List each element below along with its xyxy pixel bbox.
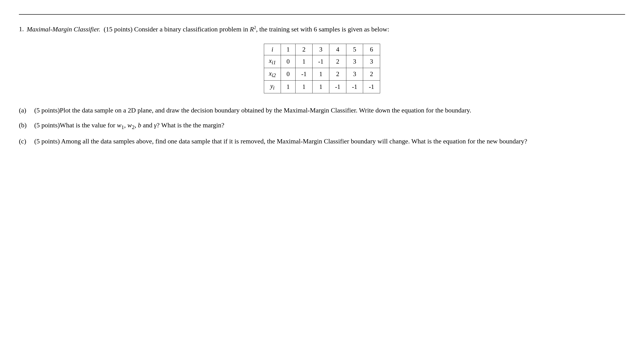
- xi1-val-6: 3: [363, 55, 380, 68]
- table-header-row: i 1 2 3 4 5 6: [264, 44, 380, 55]
- xi2-val-6: 2: [363, 68, 380, 80]
- part-a: (a) (5 points)Plot the data sample on a …: [19, 105, 625, 115]
- problem-header: 1. Maximal-Margin Classifier. (15 points…: [19, 24, 625, 34]
- data-table: i 1 2 3 4 5 6 xi1 0 1 -1 2 3 3 xi2 0 -1: [264, 44, 380, 93]
- table-header-i: i: [264, 44, 281, 55]
- table-col-5: 5: [346, 44, 363, 55]
- table-container: i 1 2 3 4 5 6 xi1 0 1 -1 2 3 3 xi2 0 -1: [19, 44, 625, 93]
- part-c-label: (c): [19, 136, 32, 146]
- problem-title: Maximal-Margin Classifier.: [27, 26, 100, 33]
- part-c: (c) (5 points) Among all the data sample…: [19, 136, 625, 146]
- table-row-yi: yi 1 1 1 -1 -1 -1: [264, 80, 380, 93]
- yi-val-6: -1: [363, 80, 380, 93]
- xi2-val-3: 1: [312, 68, 329, 80]
- yi-val-2: 1: [296, 80, 312, 93]
- xi1-val-1: 0: [281, 55, 296, 68]
- row-header-yi: yi: [264, 80, 281, 93]
- table-col-6: 6: [363, 44, 380, 55]
- part-b: (b) (5 points)What is the value for w1, …: [19, 120, 625, 132]
- problem-text: Maximal-Margin Classifier. (15 points) C…: [27, 24, 389, 34]
- table-col-1: 1: [281, 44, 296, 55]
- row-header-xi1: xi1: [264, 55, 281, 68]
- part-b-text: (5 points)What is the value for w1, w2, …: [34, 120, 224, 132]
- yi-val-3: 1: [312, 80, 329, 93]
- xi1-val-3: -1: [312, 55, 329, 68]
- parts-container: (a) (5 points)Plot the data sample on a …: [19, 105, 625, 146]
- table-row-xi2: xi2 0 -1 1 2 3 2: [264, 68, 380, 80]
- part-c-text: (5 points) Among all the data samples ab…: [34, 136, 527, 146]
- part-a-label: (a): [19, 105, 32, 115]
- top-rule: [19, 14, 625, 15]
- table-col-3: 3: [312, 44, 329, 55]
- yi-val-1: 1: [281, 80, 296, 93]
- yi-val-4: -1: [329, 80, 346, 93]
- problem-container: 1. Maximal-Margin Classifier. (15 points…: [19, 24, 625, 146]
- row-header-xi2: xi2: [264, 68, 281, 80]
- xi2-val-5: 3: [346, 68, 363, 80]
- yi-val-5: -1: [346, 80, 363, 93]
- table-row-xi1: xi1 0 1 -1 2 3 3: [264, 55, 380, 68]
- xi2-val-4: 2: [329, 68, 346, 80]
- xi1-val-2: 1: [296, 55, 312, 68]
- table-col-4: 4: [329, 44, 346, 55]
- part-a-text: (5 points)Plot the data sample on a 2D p…: [34, 105, 471, 115]
- problem-number: 1.: [19, 24, 24, 34]
- xi2-val-2: -1: [296, 68, 312, 80]
- xi1-val-5: 3: [346, 55, 363, 68]
- part-b-label: (b): [19, 120, 32, 130]
- xi2-val-1: 0: [281, 68, 296, 80]
- xi1-val-4: 2: [329, 55, 346, 68]
- table-col-2: 2: [296, 44, 312, 55]
